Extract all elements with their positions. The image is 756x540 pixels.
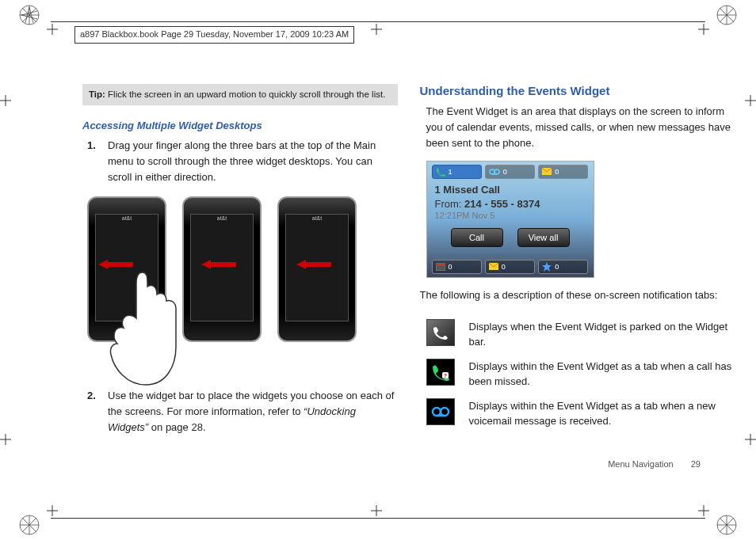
svg-marker-45	[201, 260, 236, 269]
tab-bottom: 0	[432, 260, 482, 274]
widget-title: 1 Missed Call	[435, 184, 500, 196]
phone-missed-icon	[436, 167, 445, 177]
arrow-left-icon	[98, 258, 133, 268]
icon-row-1: Displays when the Event Widget is parked…	[426, 319, 735, 349]
svg-text:?: ?	[443, 373, 446, 378]
icon-row-3: Displays within the Event Widget as a ta…	[426, 398, 735, 428]
register-burst-icon	[715, 3, 739, 27]
crop-plus-icon	[47, 24, 58, 35]
calendar-icon	[436, 263, 445, 271]
svg-marker-54	[542, 262, 552, 272]
tip-box: Tip: Flick the screen in an upward motio…	[82, 84, 398, 105]
footer-rule	[51, 518, 705, 519]
icon-row-2: ? Displays within the Event Widget as a …	[426, 359, 735, 389]
icon-desc: Displays within the Event Widget as a ta…	[469, 359, 735, 389]
tab-message: 0	[538, 165, 588, 179]
phone-illustration: at&t	[182, 196, 262, 342]
step-2: 2. Use the widget bar to place the widge…	[87, 388, 398, 435]
svg-point-57	[433, 408, 441, 416]
tab-voicemail: 0	[485, 165, 535, 179]
widget-time: 12:21PM Nov 5	[435, 211, 495, 220]
svg-rect-52	[436, 264, 445, 266]
hand-pointer-icon	[103, 268, 182, 386]
step-text: Drag your finger along the three bars at…	[108, 138, 398, 185]
tip-text: Flick the screen in an upward motion to …	[108, 89, 385, 99]
icon-desc: Displays when the Event Widget is parked…	[469, 319, 735, 349]
svg-point-47	[490, 169, 494, 174]
arrow-left-icon	[296, 258, 331, 268]
tip-label: Tip:	[89, 89, 105, 99]
svg-point-58	[441, 408, 449, 416]
view-all-button: View all	[517, 228, 570, 247]
register-burst-icon	[17, 513, 41, 537]
crop-plus-icon	[745, 434, 756, 445]
phone-illustration: at&t	[277, 196, 357, 342]
missed-call-tab-icon: ?	[426, 359, 455, 386]
crop-plus-icon	[745, 95, 756, 106]
after-figure-paragraph: The following is a description of these …	[420, 287, 735, 303]
svg-point-48	[494, 169, 499, 174]
right-column: Understanding the Events Widget The Even…	[420, 84, 735, 478]
tab-missed-call: 1	[432, 165, 482, 179]
register-burst-icon	[17, 3, 41, 27]
voicemail-icon	[489, 168, 500, 176]
envelope-icon	[542, 168, 552, 176]
icon-desc: Displays within the Event Widget as a ta…	[469, 398, 735, 428]
crop-plus-icon	[47, 505, 58, 516]
carrier-text: at&t	[89, 215, 165, 221]
crop-plus-icon	[698, 24, 709, 35]
event-widget-parked-icon	[426, 319, 455, 346]
page: a897 Blackbox.book Page 29 Tuesday, Nove…	[0, 0, 756, 540]
page-footer: Menu Navigation 29	[608, 459, 701, 469]
content: Tip: Flick the screen in an upward motio…	[82, 84, 735, 478]
header-text: a897 Blackbox.book Page 29 Tuesday, Nove…	[80, 29, 349, 39]
step-number: 2.	[87, 388, 98, 435]
widget-from: From: 214 - 555 - 8374	[435, 198, 540, 210]
tab-bottom: 0	[538, 260, 588, 274]
crop-plus-icon	[0, 434, 11, 445]
step-number: 1.	[87, 138, 98, 185]
svg-marker-46	[296, 260, 331, 269]
crop-plus-icon	[0, 95, 11, 106]
figure-widget-desktops: at&t at&t	[87, 196, 398, 378]
tab-bottom: 0	[485, 260, 535, 274]
header-rule	[51, 21, 705, 22]
intro-paragraph: The Event Widget is an area that display…	[426, 104, 735, 151]
crop-plus-icon	[371, 505, 382, 516]
voicemail-tab-icon	[426, 398, 455, 425]
crop-plus-icon	[698, 505, 709, 516]
arrow-left-icon	[201, 258, 236, 268]
envelope-alert-icon	[489, 263, 498, 271]
footer-page-number: 29	[691, 459, 701, 469]
carrier-text: at&t	[184, 215, 260, 221]
register-burst-icon	[715, 513, 739, 537]
crop-plus-icon	[371, 24, 382, 35]
call-button: Call	[451, 228, 503, 247]
star-icon	[542, 262, 552, 272]
step-text: Use the widget bar to place the widgets …	[108, 388, 398, 435]
step-1: 1. Drag your finger along the three bars…	[87, 138, 398, 185]
framemaker-header: a897 Blackbox.book Page 29 Tuesday, Nove…	[74, 26, 354, 44]
footer-section-name: Menu Navigation	[608, 459, 674, 469]
section-heading: Understanding the Events Widget	[420, 84, 735, 97]
left-column: Tip: Flick the screen in an upward motio…	[82, 84, 398, 478]
subsection-heading: Accessing Multiple Widget Desktops	[82, 120, 398, 131]
figure-event-widget: 1 0 0 1 Missed Call From: 214 - 555 -	[426, 161, 594, 278]
carrier-text: at&t	[279, 215, 355, 221]
